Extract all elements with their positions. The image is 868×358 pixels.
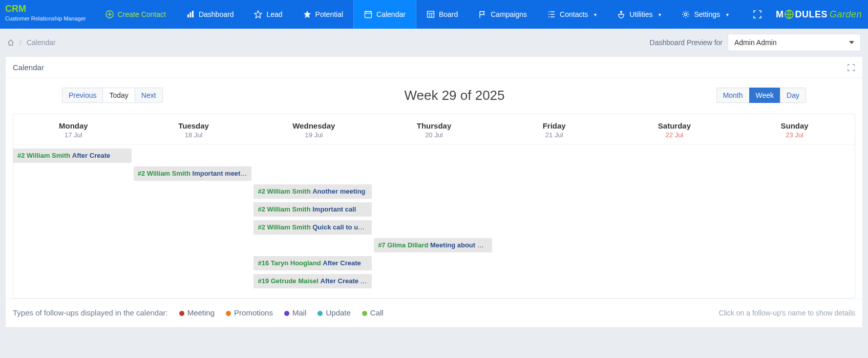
logo-globe-icon — [785, 10, 794, 19]
preview-label: Dashboard Preview for — [650, 38, 723, 47]
brand-title: CRM — [5, 4, 86, 13]
today-button[interactable]: Today — [102, 88, 134, 103]
legend-dot-icon — [317, 311, 323, 316]
event-extra: (1 Re… — [361, 277, 372, 285]
plus-circle-icon — [105, 10, 114, 18]
home-icon[interactable] — [7, 39, 14, 46]
list-icon — [547, 10, 556, 18]
calendar-grid: Monday17 JulTuesday18 JulWednesday19 Jul… — [13, 114, 855, 299]
day-header: Sunday23 Jul — [734, 114, 855, 144]
panel-header: Calendar — [6, 57, 862, 78]
legend: Types of follow-ups displayed in the cal… — [6, 299, 862, 327]
event-id: #2 William Smith — [258, 187, 310, 195]
nav-board-label: Board — [439, 10, 458, 18]
next-button[interactable]: Next — [135, 88, 163, 103]
nav-dashboard[interactable]: Dashboard — [176, 0, 244, 29]
day-header: Monday17 Jul — [13, 114, 134, 144]
chevron-down-icon: ▾ — [659, 12, 661, 17]
day-header: Tuesday18 Jul — [134, 114, 254, 144]
nav-create-contact[interactable]: Create Contact — [95, 0, 176, 29]
event-id: #7 Glima Dillard — [378, 241, 428, 249]
svg-rect-3 — [192, 11, 194, 17]
day-date: 21 Jul — [496, 131, 612, 139]
legend-item-label: Meeting — [187, 308, 215, 317]
nav-lead[interactable]: Lead — [244, 0, 292, 29]
calendar-head: Monday17 JulTuesday18 JulWednesday19 Jul… — [13, 114, 855, 144]
event-title: Important call — [312, 205, 356, 213]
previous-button[interactable]: Previous — [62, 88, 102, 103]
nav-contacts[interactable]: Contacts ▾ — [537, 0, 607, 29]
day-name: Wednesday — [256, 121, 372, 130]
nav-settings-label: Settings — [694, 10, 720, 18]
view-day-button[interactable]: Day — [780, 88, 806, 103]
event-id: #2 William Smith — [17, 152, 70, 159]
day-date: 18 Jul — [136, 131, 252, 139]
nav-create-label: Create Contact — [118, 10, 166, 18]
day-date: 19 Jul — [256, 131, 372, 139]
calendar-event[interactable]: #7 Glima Dillard Meeting about modul… — [374, 238, 492, 252]
day-name: Thursday — [376, 121, 492, 130]
logo: M DULES Garden — [776, 9, 862, 20]
day-header: Thursday20 Jul — [374, 114, 494, 144]
event-title: Meeting about modul… — [430, 241, 492, 249]
nav-calendar[interactable]: Calendar — [353, 0, 416, 29]
nav-settings[interactable]: Settings ▾ — [671, 0, 739, 29]
event-id: #16 Taryn Hoogland — [258, 259, 321, 267]
breadcrumb-current: Calendar — [27, 38, 56, 47]
day-header: Saturday22 Jul — [615, 114, 735, 144]
panel-expand-icon[interactable] — [847, 64, 855, 72]
calendar-event[interactable]: #2 William Smith Another meeting — [253, 184, 372, 199]
view-month-button[interactable]: Month — [716, 88, 749, 103]
legend-item[interactable]: Promotions — [226, 308, 273, 317]
event-title: Another meeting — [312, 187, 365, 195]
day-date: 20 Jul — [376, 131, 492, 139]
calendar-event[interactable]: #2 William Smith Quick call to update … — [253, 220, 372, 235]
dashboard-preview: Dashboard Preview for Admin Admin — [650, 34, 861, 51]
calendar-event[interactable]: #16 Taryn Hoogland After Create — [253, 256, 372, 270]
event-id: #2 William Smith — [138, 170, 190, 177]
nav-campaigns-label: Campaigns — [491, 10, 527, 18]
utilities-icon — [617, 10, 625, 18]
event-title: After Create — [72, 152, 110, 159]
calendar-event[interactable]: #2 William Smith Important call — [253, 202, 372, 217]
calendar-toolbar: Previous Today Next Week 29 of 2025 Mont… — [6, 78, 862, 107]
legend-item[interactable]: Update — [317, 308, 350, 317]
star-outline-icon — [254, 10, 262, 18]
nav-contacts-label: Contacts — [560, 10, 588, 18]
calendar-event[interactable]: #2 William Smith Important meeting w… — [134, 166, 252, 181]
view-week-button[interactable]: Week — [749, 88, 780, 103]
legend-item-label: Mail — [292, 308, 307, 317]
logo-m: M — [776, 9, 784, 20]
nav-potential[interactable]: Potential — [293, 0, 353, 29]
nav-campaigns[interactable]: Campaigns — [468, 0, 537, 29]
day-name: Sunday — [736, 121, 853, 130]
logo-garden: Garden — [830, 9, 862, 20]
nav-right: M DULES Garden — [751, 0, 868, 29]
svg-rect-5 — [427, 11, 434, 17]
nav-buttons: Previous Today Next — [62, 88, 163, 103]
legend-dot-icon — [226, 311, 231, 316]
nav-utilities[interactable]: Utilities ▾ — [607, 0, 671, 29]
legend-item[interactable]: Call — [362, 308, 384, 317]
day-date: 22 Jul — [617, 131, 733, 139]
board-icon — [427, 10, 435, 18]
preview-user-select[interactable]: Admin Admin — [728, 34, 861, 51]
legend-item[interactable]: Mail — [284, 308, 307, 317]
nav-lead-label: Lead — [266, 10, 282, 18]
calendar-event[interactable]: #2 William Smith After Create — [13, 149, 132, 163]
nav-items: Create Contact Dashboard Lead Potential … — [95, 0, 751, 29]
top-nav: CRM Customer Relationship Manager Create… — [0, 0, 868, 29]
legend-title: Types of follow-ups displayed in the cal… — [13, 308, 168, 317]
panel-title: Calendar — [13, 63, 44, 72]
legend-item-label: Update — [326, 308, 350, 317]
fullscreen-icon[interactable] — [751, 8, 764, 20]
nav-board[interactable]: Board — [416, 0, 468, 29]
chevron-down-icon: ▾ — [594, 12, 597, 17]
breadcrumb-sep: / — [19, 38, 22, 47]
chevron-down-icon: ▾ — [726, 12, 729, 17]
legend-item[interactable]: Meeting — [179, 308, 215, 317]
calendar-event[interactable]: #19 Getrude Maisel After Create (1 Re… — [253, 274, 372, 288]
event-id: #19 Getrude Maisel — [258, 277, 319, 285]
svg-rect-1 — [187, 14, 189, 17]
event-title: After Create — [321, 277, 358, 285]
